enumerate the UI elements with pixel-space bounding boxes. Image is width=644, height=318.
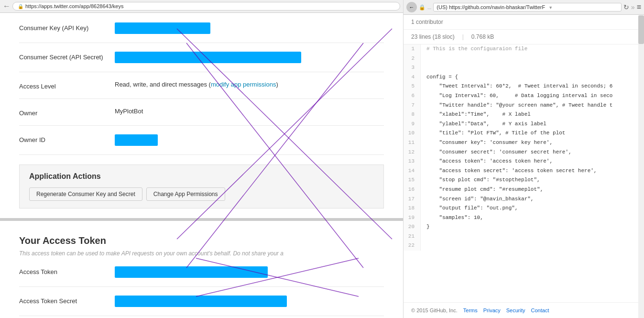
github-url-bar[interactable]: (US) https://github.com/navin-bhaskar/Tw…	[433, 3, 622, 11]
code-line: 5 "Tweet Interval": 60*2, # Tweet interv…	[404, 82, 644, 91]
modify-permissions-link[interactable]: modify app permissions	[211, 81, 276, 88]
github-url-text: (US) https://github.com/navin-bhaskar/Tw…	[437, 4, 545, 10]
scrollbar-thumb[interactable]	[638, 15, 644, 44]
owner-label: Owner	[19, 108, 115, 117]
code-line: 10 "title": "Plot FTW", # Title of the p…	[404, 129, 644, 138]
action-buttons: Regenerate Consumer Key and Secret Chang…	[29, 187, 374, 201]
access-token-section: Your Access Token This access token can …	[19, 235, 384, 318]
line-number: 20	[404, 222, 421, 232]
app-actions-section: Application Actions Regenerate Consumer …	[19, 164, 384, 208]
right-panel: ← 🔒 ... (US) https://github.com/navin-bh…	[403, 0, 644, 318]
github-browser-bar: ← 🔒 ... (US) https://github.com/navin-bh…	[404, 0, 644, 15]
line-content: "access token secret": 'access token sec…	[421, 166, 597, 176]
access-token-secret-label: Access Token Secret	[19, 296, 115, 305]
contributor-meta: 1 contributor	[404, 15, 644, 30]
line-number: 9	[404, 120, 421, 129]
github-back-button[interactable]: ←	[406, 2, 417, 12]
access-token-row: Access Token	[19, 266, 384, 287]
code-line: 7 "Twitter handle": "@your screen name",…	[404, 101, 644, 110]
line-number: 11	[404, 138, 421, 148]
left-url-bar[interactable]: 🔒 https://apps.twitter.com/app/8628643/k…	[12, 2, 400, 11]
access-token-secret-value	[115, 296, 384, 307]
line-content: config = {	[421, 73, 458, 82]
footer-contact-link[interactable]: Contact	[531, 307, 549, 313]
line-number: 13	[404, 157, 421, 166]
back-icon[interactable]: ←	[3, 2, 11, 11]
app-actions-title: Application Actions	[29, 172, 374, 181]
line-number: 12	[404, 148, 421, 157]
code-line: 12 "consumer secret": 'consumer secret h…	[404, 148, 644, 157]
line-number: 21	[404, 232, 421, 241]
regen-key-button[interactable]: Regenerate Consumer Key and Secret	[29, 187, 142, 201]
line-number: 8	[404, 110, 421, 120]
contributor-text: 1 contributor	[411, 19, 443, 25]
access-level-label: Access Level	[19, 81, 115, 90]
code-line: 22	[404, 241, 644, 251]
line-number: 1	[404, 44, 421, 54]
line-content: "xlabel":"Time", # X label	[421, 110, 531, 120]
change-permissions-button[interactable]: Change App Permissions	[146, 187, 225, 201]
menu-icon[interactable]: ≡	[637, 3, 641, 11]
line-number: 5	[404, 82, 421, 91]
owner-row: Owner MyPlotBot	[19, 108, 384, 126]
lock-icon: 🔒	[18, 4, 23, 9]
line-content: "title": "Plot FTW", # Title of the plot	[421, 129, 565, 138]
line-number: 7	[404, 101, 421, 110]
code-line: 11 "consumer key": 'consumer key here',	[404, 138, 644, 148]
code-line: 20}	[404, 222, 644, 232]
line-number: 14	[404, 166, 421, 176]
access-token-label: Access Token	[19, 266, 115, 275]
code-area: 1# This is the configuaraion file234conf…	[404, 44, 644, 251]
scrollbar-track[interactable]	[638, 15, 644, 318]
line-number: 10	[404, 129, 421, 138]
line-number: 16	[404, 185, 421, 195]
code-line: 14 "access token secret": 'access token …	[404, 166, 644, 176]
line-content: "Twitter handle": "@your screen name", #…	[421, 101, 612, 110]
line-content: "resume plot cmd": "#resumeplot",	[421, 185, 543, 195]
line-content: "samples": 10,	[421, 213, 483, 223]
svg-line-3	[186, 43, 363, 268]
divider	[0, 218, 403, 221]
line-number: 22	[404, 241, 421, 251]
github-copyright: © 2015 GitHub, Inc.	[411, 307, 458, 313]
owner-id-row: Owner ID	[19, 134, 384, 155]
line-number: 2	[404, 54, 421, 64]
left-panel: ← 🔒 https://apps.twitter.com/app/8628643…	[0, 0, 403, 318]
code-line: 1# This is the configuaraion file	[404, 44, 644, 54]
github-content: 1 contributor 23 lines (18 sloc) | 0.768…	[404, 15, 644, 302]
line-content: "consumer key": 'consumer key here',	[421, 138, 553, 148]
left-browser-bar: ← 🔒 https://apps.twitter.com/app/8628643…	[0, 0, 403, 13]
chevron-right-icon: »	[631, 3, 635, 11]
line-content: "access token": 'access token here',	[421, 157, 553, 166]
consumer-key-label: Consumer Key (API Key)	[19, 22, 115, 32]
file-size: 0.768 kB	[471, 33, 494, 40]
footer-terms-link[interactable]: Terms	[463, 307, 478, 313]
access-level-row: Access Level Read, write, and direct mes…	[19, 81, 384, 99]
consumer-secret-value	[115, 52, 384, 63]
consumer-secret-bar	[115, 52, 301, 63]
github-file-info: 23 lines (18 sloc) | 0.768 kB	[404, 30, 644, 44]
line-number: 17	[404, 195, 421, 204]
line-content: "Tweet Interval": 60*2, # Tweet interval…	[421, 82, 612, 91]
back-arrow-icon: ←	[409, 4, 415, 10]
owner-id-bar	[115, 134, 158, 146]
owner-id-value	[115, 134, 384, 146]
line-content: "ylabel":"Data", # Y axis label	[421, 120, 546, 129]
code-line: 8 "xlabel":"Time", # X label	[404, 110, 644, 120]
footer-privacy-link[interactable]: Privacy	[483, 307, 501, 313]
line-content	[421, 241, 426, 242]
consumer-key-row: Consumer Key (API Key)	[19, 22, 384, 43]
access-token-secret-bar	[115, 296, 287, 307]
left-url-text: https://apps.twitter.com/app/8628643/key…	[25, 3, 123, 9]
access-token-bar	[115, 266, 268, 278]
line-number: 15	[404, 175, 421, 185]
code-line: 13 "access token": 'access token here',	[404, 157, 644, 166]
line-content: "screen id": "@navin_bhaskar",	[421, 195, 534, 204]
line-content: "stop plot cmd": "#stoptheplot",	[421, 175, 540, 185]
line-number: 3	[404, 63, 421, 73]
code-line: 4config = {	[404, 73, 644, 82]
access-token-value	[115, 266, 384, 278]
code-line: 19 "samples": 10,	[404, 213, 644, 223]
footer-security-link[interactable]: Security	[506, 307, 525, 313]
refresh-icon[interactable]: ↻	[623, 3, 629, 11]
